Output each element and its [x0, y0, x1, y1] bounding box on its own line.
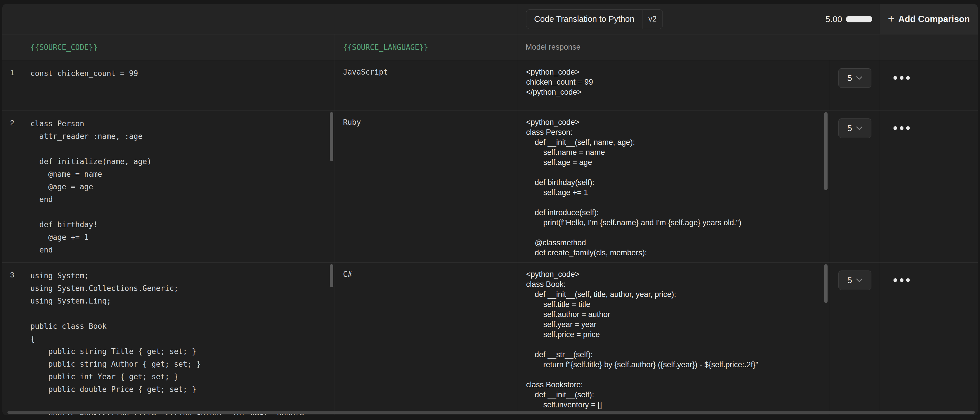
source-code-cell[interactable]: class Person attr_reader :name, :age def… [22, 110, 334, 262]
model-version-badge[interactable]: v2 [642, 10, 663, 29]
score-dropdown-value: 5 [847, 275, 852, 285]
score-bar [846, 16, 872, 22]
add-comparison-label: Add Comparison [898, 14, 970, 24]
score-dropdown[interactable]: 5 [838, 68, 872, 88]
source-code-column-header[interactable]: {{SOURCE_CODE}} [22, 34, 334, 60]
source-language-cell[interactable]: Ruby [334, 110, 518, 262]
model-response-cell[interactable]: <python_code> class Book: def __init__(s… [518, 262, 829, 415]
inputs-header-cell [22, 4, 518, 34]
model-response-text: <python_code> chicken_count = 99 </pytho… [518, 60, 829, 104]
source-code-text: class Person attr_reader :name, :age def… [22, 110, 334, 262]
score-dropdown[interactable]: 5 [838, 118, 872, 138]
chevron-down-icon [856, 76, 862, 80]
corner-header-cell [2, 4, 22, 34]
vertical-scrollbar-thumb[interactable] [330, 264, 333, 287]
model-pill-label[interactable]: Code Translation to Python [527, 14, 642, 24]
row-number[interactable]: 3 [2, 262, 22, 415]
score-value: 5.00 [826, 14, 842, 24]
comparison-grid: Code Translation to Python v2 5.00 + Add… [2, 4, 978, 415]
source-code-cell[interactable]: using System; using System.Collections.G… [22, 262, 334, 415]
overflow-menu-icon[interactable] [894, 76, 910, 80]
model-response-column-header[interactable]: Model response [518, 34, 880, 60]
row-number[interactable]: 2 [2, 110, 22, 262]
menu-column-header [880, 34, 978, 60]
source-code-text: using System; using System.Collections.G… [22, 262, 334, 415]
vertical-scrollbar-thumb[interactable] [824, 264, 827, 303]
score-dropdown[interactable]: 5 [838, 270, 872, 290]
score-dropdown-value: 5 [847, 73, 852, 83]
row-number-column-header [2, 34, 22, 60]
model-response-text: <python_code> class Person: def __init__… [518, 110, 829, 262]
score-cell: 5 [829, 110, 880, 262]
score-cell: 5 [829, 262, 880, 415]
aggregate-score: 5.00 [826, 14, 872, 24]
row-menu-cell [880, 262, 978, 415]
model-header-cell: Code Translation to Python v2 5.00 [518, 4, 880, 34]
horizontal-scrollbar-thumb[interactable] [8, 411, 975, 414]
plus-icon: + [888, 13, 894, 24]
vertical-scrollbar-thumb[interactable] [824, 112, 827, 190]
source-language-cell[interactable]: JavaScript [334, 60, 518, 110]
source-code-cell[interactable]: const chicken_count = 99 [22, 60, 334, 110]
source-language-column-header[interactable]: {{SOURCE_LANGUAGE}} [334, 34, 518, 60]
add-comparison-button[interactable]: + Add Comparison [880, 4, 978, 34]
score-dropdown-value: 5 [847, 123, 852, 133]
model-pill[interactable]: Code Translation to Python v2 [526, 10, 663, 29]
model-response-cell[interactable]: <python_code> class Person: def __init__… [518, 110, 829, 262]
source-language-cell[interactable]: C# [334, 262, 518, 415]
row-number[interactable]: 1 [2, 60, 22, 110]
row-menu-cell [880, 60, 978, 110]
vertical-scrollbar-thumb[interactable] [330, 112, 333, 161]
score-cell: 5 [829, 60, 880, 110]
chevron-down-icon [856, 278, 862, 283]
overflow-menu-icon[interactable] [894, 278, 910, 282]
chevron-down-icon [856, 126, 862, 131]
overflow-menu-icon[interactable] [894, 126, 910, 130]
model-response-text: <python_code> class Book: def __init__(s… [518, 262, 829, 415]
row-menu-cell [880, 110, 978, 262]
model-response-cell[interactable]: <python_code> chicken_count = 99 </pytho… [518, 60, 829, 110]
source-code-text: const chicken_count = 99 [22, 60, 334, 87]
